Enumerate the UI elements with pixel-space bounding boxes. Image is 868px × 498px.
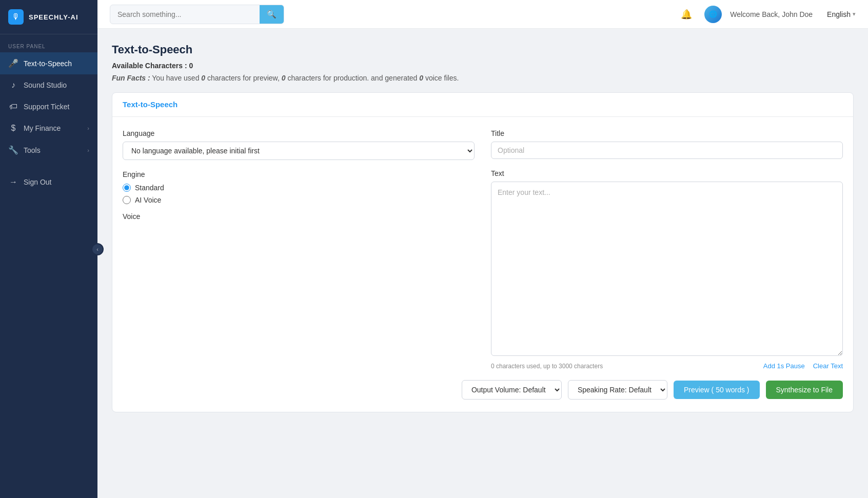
tools-icon: 🔧 bbox=[8, 145, 18, 155]
main-area: 🔍 🔔 🌐 Welcome Back, John Doe English Tex… bbox=[97, 0, 868, 498]
title-group: Title bbox=[491, 129, 843, 159]
search-input[interactable] bbox=[110, 6, 260, 23]
text-label: Text bbox=[491, 169, 843, 177]
right-column: Title Text 0 characters used, up to 3000… bbox=[491, 129, 843, 370]
notification-bell-icon[interactable]: 🔔 bbox=[681, 9, 692, 20]
available-chars-row: Available Characters : 0 bbox=[112, 62, 854, 70]
engine-label: Engine bbox=[123, 170, 475, 178]
textarea-footer: 0 characters used, up to 3000 characters… bbox=[491, 362, 843, 370]
sidebar-item-sign-out[interactable]: → Sign Out bbox=[0, 171, 97, 193]
sound-studio-icon: ♪ bbox=[8, 81, 18, 90]
sign-out-icon: → bbox=[8, 177, 18, 187]
sidebar-logo: 🎙 SPEECHLY-AI bbox=[0, 0, 97, 34]
card-title: Text-to-Speech bbox=[123, 100, 177, 109]
page-title: Text-to-Speech bbox=[112, 43, 854, 56]
sidebar-item-label: Tools bbox=[24, 146, 41, 154]
engine-ai-voice-option[interactable]: AI Voice bbox=[123, 196, 475, 204]
synthesize-button[interactable]: Synthesize to File bbox=[766, 381, 843, 399]
sidebar-item-text-to-speech[interactable]: 🎤 Text-to-Speech bbox=[0, 52, 97, 74]
speaking-rate-select[interactable]: Speaking Rate: Default bbox=[568, 380, 667, 400]
voice-label: Voice bbox=[123, 212, 475, 221]
sidebar-item-support-ticket[interactable]: 🏷 Support Ticket bbox=[0, 96, 97, 117]
sidebar-item-label: My Finance bbox=[24, 124, 61, 132]
my-finance-icon: $ bbox=[8, 124, 18, 133]
preview-button[interactable]: Preview ( 50 words ) bbox=[674, 381, 760, 399]
sidebar-item-my-finance[interactable]: $ My Finance › bbox=[0, 117, 97, 139]
title-label: Title bbox=[491, 129, 843, 137]
clear-text-link[interactable]: Clear Text bbox=[813, 362, 843, 370]
sidebar-item-label: Text-to-Speech bbox=[24, 59, 72, 68]
sidebar-section-label: USER PANEL bbox=[0, 34, 97, 52]
welcome-text: Welcome Back, John Doe bbox=[730, 10, 813, 18]
chevron-right-icon: › bbox=[87, 125, 89, 131]
left-column: Language No language available, please i… bbox=[123, 129, 475, 370]
char-count: 0 characters used, up to 3000 characters bbox=[491, 363, 603, 370]
search-button[interactable]: 🔍 bbox=[260, 5, 284, 24]
output-volume-select[interactable]: Output Volume: Default bbox=[462, 380, 562, 400]
text-group: Text 0 characters used, up to 3000 chara… bbox=[491, 169, 843, 370]
engine-standard-option[interactable]: Standard bbox=[123, 184, 475, 192]
sidebar-item-sound-studio[interactable]: ♪ Sound Studio bbox=[0, 74, 97, 96]
sidebar: 🎙 SPEECHLY-AI USER PANEL 🎤 Text-to-Speec… bbox=[0, 0, 97, 498]
language-label: Language bbox=[123, 129, 475, 137]
card-header: Text-to-Speech bbox=[112, 93, 853, 117]
language-label: English bbox=[827, 10, 851, 18]
content-area: Text-to-Speech Available Characters : 0 … bbox=[97, 29, 868, 498]
sidebar-item-label: Support Ticket bbox=[24, 103, 70, 111]
header: 🔍 🔔 🌐 Welcome Back, John Doe English bbox=[97, 0, 868, 29]
support-ticket-icon: 🏷 bbox=[8, 102, 18, 111]
chevron-right-icon: › bbox=[87, 147, 89, 153]
fun-facts-row: Fun Facts : You have used 0 characters f… bbox=[112, 74, 854, 82]
tts-card: Text-to-Speech Language No language avai… bbox=[112, 92, 854, 412]
text-textarea[interactable] bbox=[491, 182, 843, 356]
sidebar-item-label: Sign Out bbox=[24, 178, 51, 186]
engine-standard-radio[interactable] bbox=[123, 184, 131, 192]
bottom-bar: Output Volume: Default Speaking Rate: De… bbox=[123, 380, 843, 400]
engine-group: Engine Standard AI Voice bbox=[123, 170, 475, 204]
title-input[interactable] bbox=[491, 142, 843, 159]
logo-icon: 🎙 bbox=[8, 9, 24, 25]
add-pause-link[interactable]: Add 1s Pause bbox=[763, 362, 805, 370]
voice-group: Voice bbox=[123, 212, 475, 221]
language-group: Language No language available, please i… bbox=[123, 129, 475, 160]
search-wrapper: 🔍 bbox=[110, 5, 284, 24]
language-select[interactable]: No language available, please initial fi… bbox=[123, 142, 475, 160]
language-selector[interactable]: English bbox=[827, 10, 856, 18]
card-body: Language No language available, please i… bbox=[112, 117, 853, 412]
textarea-actions: Add 1s Pause Clear Text bbox=[763, 362, 843, 370]
sidebar-collapse-button[interactable]: ‹ bbox=[91, 243, 104, 255]
form-grid: Language No language available, please i… bbox=[123, 129, 843, 370]
sidebar-item-label: Sound Studio bbox=[24, 81, 67, 89]
engine-ai-voice-radio[interactable] bbox=[123, 196, 131, 204]
search-icon: 🔍 bbox=[267, 10, 277, 19]
logo-text: SPEECHLY-AI bbox=[29, 13, 78, 21]
text-to-speech-icon: 🎤 bbox=[8, 58, 18, 68]
avatar: 🌐 bbox=[704, 6, 722, 23]
sidebar-item-tools[interactable]: 🔧 Tools › bbox=[0, 139, 97, 161]
